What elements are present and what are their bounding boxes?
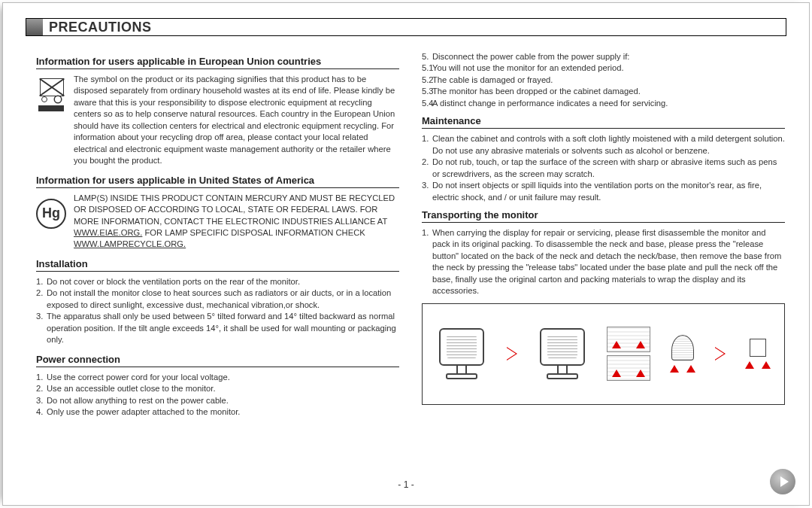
neck-piece-icon — [744, 339, 771, 369]
base-bottom-icon — [669, 335, 696, 373]
list-item: 1.Do not cover or block the ventilation … — [36, 276, 399, 287]
header-accent-block — [26, 19, 43, 35]
arrow-right-icon — [715, 347, 726, 360]
list-item: 5.3The monitor has been dropped or the c… — [422, 86, 785, 97]
arrow-right-icon — [507, 347, 517, 360]
main-columns: Information for users applicable in Euro… — [3, 44, 809, 418]
eu-body-text: The symbol on the product or its packagi… — [74, 74, 399, 167]
section-title-us: Information for users applicable in Unit… — [36, 175, 399, 188]
header-bar: PRECAUTIONS — [26, 18, 786, 36]
list-item: 3.The apparatus shall only be used betwe… — [36, 311, 399, 345]
us-text-b: FOR LAMP SPECIFIC DISPOSAL INFORMATION C… — [142, 228, 365, 237]
monitor-back-icon — [536, 328, 589, 379]
weee-icon — [36, 74, 66, 167]
transport-diagram — [422, 303, 785, 405]
us-body-text: LAMP(S) INSIDE THIS PRODUCT CONTAIN MERC… — [74, 193, 399, 251]
list-item: 5.1You will not use the monitor for an e… — [422, 62, 785, 74]
power-list: 1.Use the correct power cord for your lo… — [36, 372, 399, 418]
mercury-icon: Hg — [36, 193, 66, 251]
section-title-power: Power connection — [36, 354, 399, 367]
page-border: PRECAUTIONS Information for users applic… — [2, 2, 810, 506]
arrow-up-icon — [636, 341, 645, 348]
section-title-transport: Transporting the monitor — [422, 209, 785, 223]
left-column: Information for users applicable in Euro… — [36, 51, 399, 418]
monitor-back-icon — [435, 328, 488, 379]
right-column: 5.Disconnect the power cable from the po… — [422, 51, 785, 418]
section-title-eu: Information for users applicable in Euro… — [36, 56, 399, 69]
next-page-button[interactable] — [770, 469, 795, 494]
power-sublist: 5.1You will not use the monitor for an e… — [422, 62, 785, 109]
release-button-detail-icon — [607, 327, 650, 352]
arrow-up-icon — [612, 370, 621, 377]
arrow-up-icon — [686, 365, 695, 373]
installation-list: 1.Do not cover or block the ventilation … — [36, 276, 399, 346]
list-item: 5.4A distinct change in performance indi… — [422, 98, 785, 109]
list-item: 1.Clean the cabinet and controls with a … — [422, 133, 785, 157]
section-title-maintenance: Maintenance — [422, 115, 785, 129]
list-item: 5.2The cable is damaged or frayed. — [422, 75, 785, 86]
list-item: 1.Use the correct power cord for your lo… — [36, 372, 399, 383]
list-item: 4.Only use the power adapter attached to… — [36, 406, 399, 418]
list-item: 2.Use an accessible outlet close to the … — [36, 383, 399, 394]
list-item: 5.Disconnect the power cable from the po… — [422, 51, 785, 62]
power-list-continued: 5.Disconnect the power cable from the po… — [422, 51, 785, 62]
link-lamprecycle: WWW.LAMPRECYCLE.ORG. — [74, 239, 186, 248]
us-text-a: LAMP(S) INSIDE THIS PRODUCT CONTAIN MERC… — [74, 193, 395, 226]
arrow-up-icon — [612, 341, 621, 348]
transport-list: 1.When carrying the display for repair o… — [422, 227, 785, 297]
page-number: - 1 - — [3, 479, 809, 490]
link-eiae: WWW.EIAE.ORG. — [74, 228, 142, 237]
section-title-installation: Installation — [36, 258, 399, 272]
eu-section-body: The symbol on the product or its packagi… — [36, 74, 399, 167]
list-item: 2.Do not rub, touch, or tap the surface … — [422, 157, 785, 180]
arrow-up-icon — [636, 370, 645, 377]
release-tabs-detail-icon — [607, 355, 650, 381]
maintenance-list: 1.Clean the cabinet and controls with a … — [422, 133, 785, 203]
list-item: 1.When carrying the display for repair o… — [422, 227, 785, 297]
arrow-up-icon — [762, 361, 771, 369]
arrow-up-icon — [745, 361, 754, 369]
list-item: 2.Do not install the monitor close to he… — [36, 287, 399, 311]
us-section-body: Hg LAMP(S) INSIDE THIS PRODUCT CONTAIN M… — [36, 193, 399, 251]
page-title: PRECAUTIONS — [49, 20, 152, 35]
list-item: 3.Do not allow anything to rest on the p… — [36, 395, 399, 406]
arrow-up-icon — [670, 365, 679, 373]
detail-stack — [607, 327, 650, 381]
hg-symbol: Hg — [36, 199, 66, 229]
list-item: 3.Do not insert objects or spill liquids… — [422, 180, 785, 203]
